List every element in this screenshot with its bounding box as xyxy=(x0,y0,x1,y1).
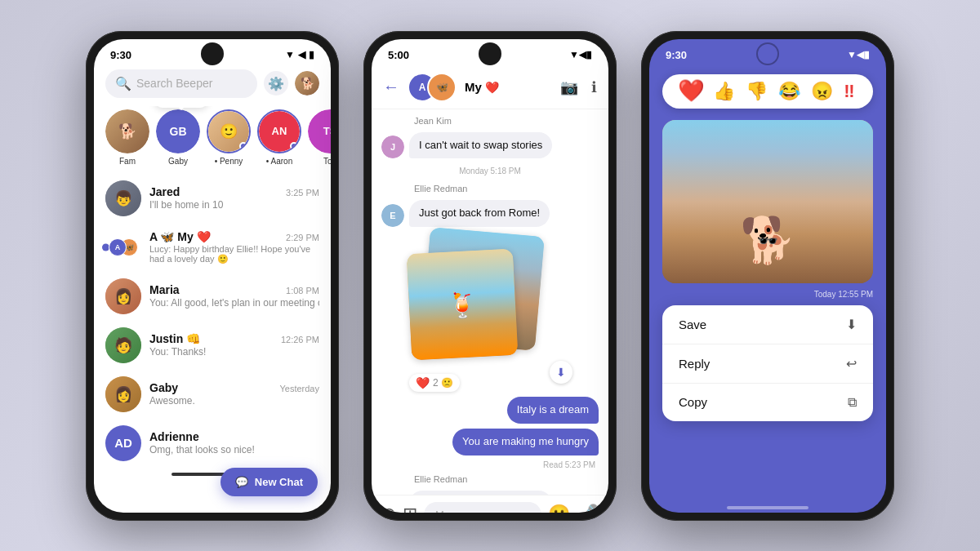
reply-icon: ↩ xyxy=(846,356,857,371)
reaction-exclaim[interactable]: ‼️ xyxy=(844,81,854,102)
context-save[interactable]: Save ⬇ xyxy=(662,305,873,344)
time-2: 5:00 xyxy=(388,49,409,61)
welcome-bubble: Welcome toblue bubbles! xyxy=(154,106,208,108)
story-gaby[interactable]: GB Welcome toblue bubbles! Gaby xyxy=(156,109,200,166)
user-avatar[interactable]: 🐕 xyxy=(295,71,319,96)
bubble-sent-2: You are making me hungry xyxy=(452,429,599,455)
phone-2-screen: 5:00 ▼◀▮ ← A 🦋 My ❤️ 📷 ℹ xyxy=(372,39,608,513)
bubble-1: I can't wait to swap stories xyxy=(409,132,552,159)
messages-area: Jean Kim J I can't wait to swap stories … xyxy=(372,109,608,495)
chat-item-gaby[interactable]: 👩 Gaby Yesterday Awesome. xyxy=(100,370,324,419)
message-placeholder: Message xyxy=(435,509,479,513)
bubble-2: Just got back from Rome! xyxy=(409,200,550,227)
story-fam-label: Fam xyxy=(119,157,136,166)
adrienne-info: Adrienne Omg, that looks so nice! xyxy=(149,430,319,455)
voice-button[interactable]: 🎤 xyxy=(577,504,599,513)
copy-label: Copy xyxy=(679,395,707,409)
sticker-button[interactable]: ⊞ xyxy=(403,504,417,513)
chat-list: 👦 Jared 3:25 PM I'll be home in 10 A 🦋 xyxy=(94,174,331,468)
gaby-info: Gaby Yesterday Awesome. xyxy=(149,381,319,407)
jared-preview: I'll be home in 10 xyxy=(149,199,319,211)
justin-time: 12:26 PM xyxy=(281,335,319,344)
story-aaron-label: • Aaron xyxy=(266,157,292,166)
chat-screen-inner: Jean Kim J I can't wait to swap stories … xyxy=(372,109,608,513)
jean-avatar: J xyxy=(381,136,404,158)
header-avatar-b: 🦋 xyxy=(427,73,457,102)
amy-name: A 🦋 My ❤️ xyxy=(149,230,211,243)
reaction-thumbsup[interactable]: 👍 xyxy=(713,81,735,102)
chat-header: ← A 🦋 My ❤️ 📷 ℹ xyxy=(372,66,608,109)
msg-row-sent-2: You are making me hungry xyxy=(381,429,599,455)
video-call-button[interactable]: 📷 xyxy=(560,78,578,96)
msg-row-sent-1: Italy is a dream xyxy=(381,397,599,424)
reply-label: Reply xyxy=(679,357,710,371)
notch-2 xyxy=(479,42,501,65)
emoji-button[interactable]: 🙂 xyxy=(548,504,570,513)
stacked-photos: 🏛️ 🍹 xyxy=(409,232,548,371)
story-fam[interactable]: 🐕 Fam xyxy=(105,109,149,166)
reaction-thumbsdown[interactable]: 👎 xyxy=(746,81,768,102)
new-chat-label: New Chat xyxy=(255,476,303,488)
save-icon: ⬇ xyxy=(846,317,857,332)
header-heart: ❤️ xyxy=(485,81,499,94)
context-copy[interactable]: Copy ⧉ xyxy=(662,384,873,421)
settings-button[interactable]: ⚙️ xyxy=(264,71,288,96)
search-input-wrap[interactable]: 🔍 Search Beeper xyxy=(105,69,257,98)
chat-item-maria[interactable]: 👩 Maria 1:08 PM You: All good, let's pla… xyxy=(100,272,324,321)
dog-glasses: 🕶️ xyxy=(758,231,778,251)
status-icons-3: ▼◀▮ xyxy=(847,49,870,60)
wifi-icon-1: ◀ xyxy=(298,49,305,60)
header-avatars: A 🦋 xyxy=(408,73,457,102)
download-button[interactable]: ⬇ xyxy=(550,361,572,384)
status-icons-1: ▼ ◀ ▮ xyxy=(285,49,314,60)
jared-time: 3:25 PM xyxy=(286,188,319,198)
battery-icon-1: ▮ xyxy=(309,49,314,60)
stories-row: 🐕 Fam GB Welcome toblue bubbles! Gaby 🙂 … xyxy=(94,106,331,174)
reaction-angry[interactable]: 😠 xyxy=(811,81,833,102)
add-button[interactable]: ⊕ xyxy=(381,504,396,513)
msg-row-1: J I can't wait to swap stories xyxy=(381,132,599,159)
story-penny[interactable]: 🙂 • Penny xyxy=(207,109,251,166)
maria-info: Maria 1:08 PM You: All good, let's plan … xyxy=(149,283,319,309)
status-icons-2: ▼◀▮ xyxy=(569,49,592,60)
story-penny-label: • Penny xyxy=(215,157,243,166)
chat-item-adrienne[interactable]: AD Adrienne Omg, that looks so nice! xyxy=(100,419,324,468)
read-receipt: Read 5:23 PM xyxy=(381,460,599,469)
story-aaron[interactable]: AN • Aaron xyxy=(257,109,301,166)
message-input[interactable]: Message xyxy=(424,502,541,513)
msg-row-image: 🏛️ 🍹 ⬇ ❤️ 2 🙁 xyxy=(381,232,599,392)
ellie-avatar-2 xyxy=(381,369,404,392)
penny-dot xyxy=(239,142,247,150)
sender-jean: Jean Kim xyxy=(381,116,599,126)
image-reactions: ❤️ 2 🙁 xyxy=(409,374,460,392)
search-placeholder: Search Beeper xyxy=(136,77,212,90)
bubble-sent-1: Italy is a dream xyxy=(507,397,599,424)
context-menu: Save ⬇ Reply ↩ Copy ⧉ xyxy=(662,305,873,421)
chat-item-justin[interactable]: 🧑 Justin 👊 12:26 PM You: Thanks! xyxy=(100,321,324,370)
back-button[interactable]: ← xyxy=(383,78,399,96)
jared-info: Jared 3:25 PM I'll be home in 10 xyxy=(149,185,319,211)
save-label: Save xyxy=(679,318,706,331)
sender-ellie-1: Ellie Redman xyxy=(381,184,599,193)
dog-photo: 🐕 🕶️ xyxy=(662,120,873,283)
reaction-heart[interactable]: ❤️ xyxy=(679,78,705,104)
context-reply[interactable]: Reply ↩ xyxy=(662,344,873,384)
justin-info: Justin 👊 12:26 PM You: Thanks! xyxy=(149,332,319,358)
maria-preview: You: All good, let's plan in our meeting… xyxy=(149,297,319,309)
signal-icon-1: ▼ xyxy=(285,49,295,60)
phone-1: 9:30 ▼ ◀ ▮ 🔍 Search Beeper ⚙️ 🐕 🐕 xyxy=(86,31,339,521)
chat-item-amy[interactable]: A 🦋 A 🦋 My ❤️ 2:29 PM Lucy: Happy birthd… xyxy=(100,223,324,272)
story-tori[interactable]: TS Tori xyxy=(308,109,331,166)
phone-2: 5:00 ▼◀▮ ← A 🦋 My ❤️ 📷 ℹ xyxy=(363,31,617,521)
reaction-laugh[interactable]: 😂 xyxy=(778,81,800,102)
chat-item-jared[interactable]: 👦 Jared 3:25 PM I'll be home in 10 xyxy=(100,174,324,223)
new-chat-button[interactable]: 💬 New Chat xyxy=(220,468,318,496)
phone-1-screen: 9:30 ▼ ◀ ▮ 🔍 Search Beeper ⚙️ 🐕 🐕 xyxy=(94,39,331,513)
info-button[interactable]: ℹ xyxy=(591,78,597,96)
amy-preview: Lucy: Happy birthday Ellie!! Hope you've… xyxy=(149,244,319,264)
phone-3-screen: 9:30 ▼◀▮ ❤️ 👍 👎 😂 😠 ‼️ 🐕 🕶️ xyxy=(649,39,886,513)
phone3-content: 9:30 ▼◀▮ ❤️ 👍 👎 😂 😠 ‼️ 🐕 🕶️ xyxy=(649,39,886,513)
story-gaby-label: Gaby xyxy=(168,157,188,166)
notch-1 xyxy=(201,42,224,65)
maria-name: Maria xyxy=(149,283,180,296)
